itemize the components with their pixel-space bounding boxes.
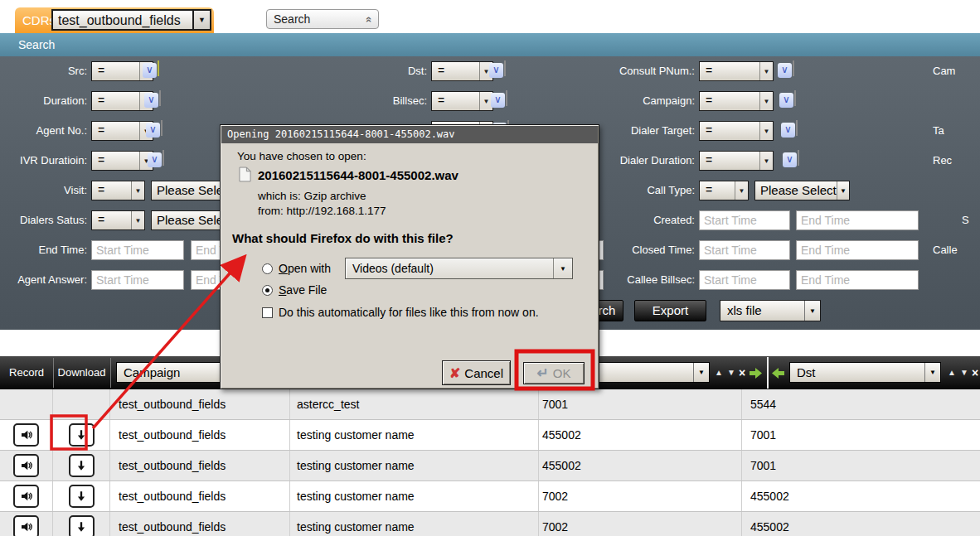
export-button[interactable]: Export (634, 300, 706, 321)
table-select[interactable]: test_outbound_fields ▼ (51, 9, 211, 31)
customer-cell: testing customer name (290, 512, 539, 536)
download-recording-button[interactable] (69, 454, 95, 477)
record-cell (0, 512, 53, 536)
campaign-cell: test_outbound_fields (110, 481, 290, 511)
open-with-app-value: Videos (default) (346, 258, 553, 278)
download-arrow-icon (75, 459, 87, 472)
dst-value-combo[interactable]: ∨ (504, 60, 506, 76)
play-record-button[interactable] (13, 423, 39, 447)
download-arrow-icon (75, 520, 87, 534)
src-value-combo[interactable]: ∨ (158, 60, 159, 76)
combo-chevron-icon[interactable]: ∨ (491, 93, 505, 108)
save-file-label[interactable]: Save File (279, 283, 327, 297)
dialer-target-op-select[interactable]: =▼ (699, 121, 774, 141)
do-automatically-checkbox[interactable] (262, 307, 273, 318)
created-start-input[interactable] (699, 210, 790, 230)
billsec-value-combo[interactable]: ∨ (506, 90, 507, 106)
dialers-status-op-value: = (92, 211, 131, 229)
combo-chevron-icon[interactable]: ∨ (146, 123, 160, 138)
ivr-duration-op-select[interactable]: =▼ (91, 151, 153, 171)
sort-asc-icon[interactable]: ▲ (948, 356, 956, 389)
dropdown-arrow-icon[interactable]: ▼ (192, 11, 210, 29)
dropdown-arrow-icon: ▼ (131, 211, 144, 229)
remove-column-icon[interactable]: × (972, 356, 978, 389)
download-recording-button[interactable] (69, 485, 95, 508)
dst-column-select[interactable]: Dst▼ (789, 362, 941, 383)
search-section-title: Search (18, 33, 55, 56)
closed-time-start-input[interactable] (699, 240, 790, 260)
download-cell (53, 451, 110, 480)
billsec-op-select[interactable]: =▼ (431, 91, 493, 111)
dialog-filetype: which is: Gzip archive (258, 190, 366, 202)
combo-chevron-icon[interactable]: ∨ (489, 63, 503, 78)
closed-time-end-input[interactable] (796, 240, 919, 260)
duration-value-combo[interactable]: ∨ (159, 90, 161, 106)
customer-cell: testing customer name (290, 420, 539, 450)
cancel-button[interactable]: ✘ Cancel (442, 360, 511, 385)
dialer-target-value-combo[interactable]: ∨ (796, 120, 798, 136)
callee-billsec-end-input[interactable] (796, 270, 919, 290)
open-with-app-select[interactable]: Videos (default) ▼ (345, 258, 573, 279)
src-label: Src: (0, 61, 87, 81)
dropdown-arrow-icon: ▼ (759, 122, 773, 140)
dst-label: Dst: (338, 61, 427, 81)
call-type-op-select[interactable]: =▼ (699, 181, 749, 200)
consult-pnum-op-value: = (700, 62, 759, 80)
visit-label: Visit: (0, 181, 87, 200)
export-format-select[interactable]: xls file▼ (720, 300, 821, 321)
combo-chevron-icon[interactable]: ∨ (778, 63, 792, 78)
dialers-status-label: Dialers Satus: (0, 210, 87, 230)
combo-chevron-icon[interactable]: ∨ (144, 93, 158, 108)
agent-answer-start-input[interactable] (91, 270, 184, 290)
move-column-left-icon[interactable] (772, 368, 784, 379)
sort-asc-icon[interactable]: ▲ (715, 356, 723, 389)
table-row: test_outbound_fields testing customer na… (0, 451, 980, 481)
created-end-input[interactable] (796, 210, 919, 230)
sort-desc-icon[interactable]: ▼ (727, 356, 735, 389)
download-recording-button[interactable] (69, 515, 95, 536)
dialer-duration-value-combo[interactable]: ∨ (798, 150, 799, 166)
consult-pnum-op-select[interactable]: =▼ (699, 61, 774, 81)
combo-chevron-icon[interactable]: ∨ (783, 152, 797, 167)
open-with-radio[interactable] (262, 263, 273, 274)
dst-op-select[interactable]: =▼ (431, 61, 493, 81)
combo-chevron-icon[interactable]: ∨ (143, 63, 157, 78)
combo-chevron-icon[interactable]: ∨ (779, 93, 793, 108)
dropdown-arrow-icon: ▼ (759, 152, 773, 170)
play-record-button[interactable] (13, 485, 39, 508)
do-automatically-label[interactable]: Do this automatically for files like thi… (279, 306, 539, 319)
dialer-duration-op-select[interactable]: =▼ (699, 151, 774, 171)
dropdown-arrow-icon: ▼ (759, 92, 773, 110)
ok-button[interactable]: ↵ OK (523, 362, 585, 384)
combo-chevron-icon[interactable]: ∨ (148, 152, 162, 167)
sort-desc-icon[interactable]: ▼ (960, 356, 968, 389)
agent-no-value-combo[interactable]: ∨ (161, 120, 163, 136)
dialog-titlebar[interactable]: Opening 20160215115644-8001-455002.wav (221, 126, 598, 143)
play-record-button[interactable] (13, 515, 39, 536)
open-with-label[interactable]: Open with (279, 262, 331, 275)
search-toggle[interactable]: Search « (266, 9, 379, 29)
move-column-right-icon[interactable] (750, 368, 762, 379)
ivr-duration-op-value: = (92, 152, 139, 170)
callee-billsec-start-input[interactable] (699, 270, 790, 290)
end-time-start-input[interactable] (91, 240, 184, 260)
ok-arrow-icon: ↵ (537, 365, 549, 382)
dst-cell: 455002 (742, 512, 980, 536)
record-column-header: Record (0, 356, 53, 389)
cdrs-tab[interactable]: CDRs test_outbound_fields ▼ (15, 7, 214, 33)
dialers-status-op-select[interactable]: =▼ (91, 210, 145, 230)
consult-pnum-value-combo[interactable]: ∨ (793, 60, 794, 76)
download-recording-button[interactable] (69, 423, 95, 447)
collapse-icon[interactable]: « (363, 16, 376, 22)
remove-column-icon[interactable]: × (739, 356, 745, 389)
ivr-duration-value-combo[interactable]: ∨ (163, 150, 164, 166)
save-file-radio[interactable] (262, 285, 273, 296)
call-type-select[interactable]: Please Select▼ (754, 181, 850, 200)
visit-op-select[interactable]: =▼ (91, 181, 145, 200)
campaign-op-select[interactable]: =▼ (699, 91, 774, 111)
campaign-value-combo[interactable]: ∨ (794, 90, 796, 106)
play-record-button[interactable] (13, 454, 39, 477)
campaign-cell: test_outbound_fields (110, 420, 290, 450)
combo-chevron-icon[interactable]: ∨ (781, 123, 795, 138)
agent-no-op-select[interactable]: =▼ (91, 121, 153, 141)
